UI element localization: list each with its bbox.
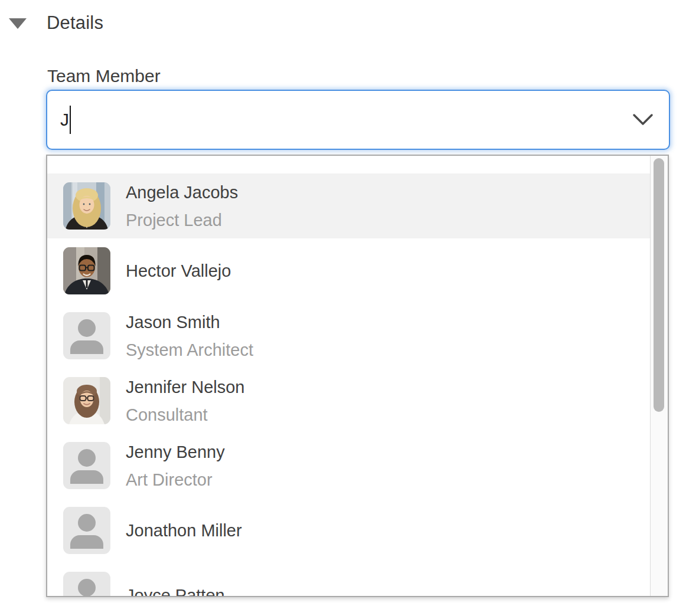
dropdown-scrollbar[interactable]: [650, 156, 668, 596]
section-collapse-icon[interactable]: [9, 18, 27, 29]
option-name: Jenny Benny: [126, 441, 225, 463]
option-name: Jonathon Miller: [126, 519, 242, 542]
dropdown-option[interactable]: Jonathon Miller: [47, 498, 651, 563]
option-name: Angela Jacobs: [126, 181, 238, 204]
option-role: Consultant: [126, 404, 245, 426]
option-name: Hector Vallejo: [126, 260, 231, 282]
section-title: Details: [47, 12, 103, 34]
combobox-value: J: [60, 110, 69, 130]
chevron-down-icon[interactable]: [632, 113, 654, 126]
option-role: Art Director: [126, 468, 225, 491]
dropdown-option[interactable]: Hector Vallejo: [47, 238, 651, 303]
dropdown-option[interactable]: Jason Smith System Architect: [47, 303, 651, 368]
dropdown-option[interactable]: Angela Jacobs Project Lead: [47, 173, 651, 238]
avatar-placeholder-icon: [63, 572, 110, 596]
avatar-placeholder-icon: [63, 312, 110, 359]
dropdown-options-list: Angela Jacobs Project Lead: [47, 156, 651, 596]
team-member-dropdown: Angela Jacobs Project Lead: [46, 155, 669, 597]
avatar-photo: [63, 377, 110, 424]
option-name: Joyce Patten: [126, 584, 225, 596]
avatar-photo: [63, 182, 110, 230]
avatar-placeholder-icon: [63, 442, 110, 489]
text-cursor: [70, 106, 71, 134]
avatar-placeholder-icon: [63, 507, 110, 554]
team-member-label: Team Member: [47, 66, 161, 86]
option-name: Jason Smith: [126, 311, 253, 333]
option-role: System Architect: [126, 339, 253, 361]
avatar-photo: [63, 247, 110, 294]
team-member-combobox-input[interactable]: J: [46, 90, 670, 150]
option-role: Project Lead: [126, 209, 238, 231]
dropdown-option[interactable]: Joyce Patten: [47, 563, 651, 596]
dropdown-option[interactable]: Jennifer Nelson Consultant: [47, 368, 651, 433]
option-name: Jennifer Nelson: [126, 376, 245, 398]
dropdown-option[interactable]: Jenny Benny Art Director: [47, 433, 651, 498]
scrollbar-thumb[interactable]: [654, 158, 664, 412]
